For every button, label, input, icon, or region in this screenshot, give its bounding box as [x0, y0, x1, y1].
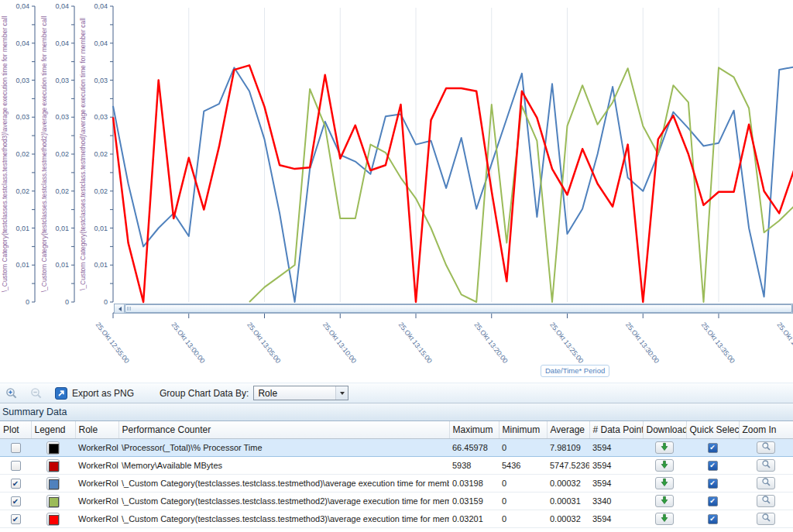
legend-cell — [31, 510, 75, 528]
legend-swatch[interactable] — [46, 477, 60, 490]
table-row[interactable]: ✔WorkerRole\_Custom Category(testclasses… — [0, 475, 793, 493]
column-header-zoom-in[interactable]: Zoom In — [739, 421, 793, 439]
zoom-in-icon[interactable] — [5, 386, 19, 400]
plot-checkbox[interactable] — [11, 443, 21, 453]
legend-swatch[interactable] — [46, 495, 60, 508]
y-axis-2: 0,040,040,030,030,020,020,010,010\_Custo… — [40, 2, 74, 306]
y-tick-label: 0,02 — [55, 150, 69, 158]
maximum-cell: 0.03201 — [449, 510, 499, 528]
column-header-performance-counter[interactable]: Performance Counter — [118, 421, 449, 439]
group-by-selected-value: Role — [258, 388, 277, 399]
y-tick-label: 0,04 — [15, 39, 29, 47]
group-chart-data-by-label: Group Chart Data By: — [160, 388, 249, 399]
plot-checkbox[interactable]: ✔ — [11, 496, 21, 506]
download-cell — [643, 439, 686, 457]
download-button[interactable] — [655, 441, 674, 454]
zoom-in-row-button[interactable] — [757, 495, 775, 507]
chart-canvas: 0,040,040,030,030,020,020,010,010\_Custo… — [0, 0, 793, 381]
group-by-dropdown[interactable]: Role — [253, 386, 348, 400]
data-points-cell: 3594 — [589, 510, 643, 528]
column-header-legend[interactable]: Legend — [31, 421, 75, 439]
x-tick-label: 25.Okt 13:25:00 — [548, 321, 585, 365]
legend-swatch[interactable] — [46, 513, 60, 526]
download-button[interactable] — [655, 495, 674, 507]
download-arrow-icon — [660, 442, 669, 454]
quick-select-checkbox[interactable]: ✔ — [708, 461, 718, 471]
column-header-role[interactable]: Role — [75, 421, 118, 439]
role-cell: WorkerRole — [75, 510, 118, 528]
column-header-download[interactable]: Download — [643, 421, 686, 439]
magnifier-icon — [761, 459, 771, 472]
scrollbar-left-arrow-icon[interactable] — [115, 304, 125, 313]
column-header-maximum[interactable]: Maximum — [449, 421, 499, 439]
summary-data-header[interactable]: Summary Data — [0, 403, 793, 421]
quick-select-cell: ✔ — [686, 475, 739, 493]
x-tick-label: 25.Okt 13:00:00 — [170, 321, 206, 365]
download-arrow-icon — [660, 478, 669, 489]
chart-area: 0,040,040,030,030,020,020,010,010\_Custo… — [0, 0, 793, 383]
download-button[interactable] — [655, 513, 674, 525]
zoom-in-row-button[interactable] — [757, 441, 775, 454]
export-as-png-label[interactable]: Export as PNG — [72, 388, 134, 399]
quick-select-checkbox[interactable]: ✔ — [708, 443, 718, 453]
zoom-in-row-button[interactable] — [757, 477, 775, 489]
table-row[interactable]: ✔WorkerRole\_Custom Category(testclasses… — [0, 510, 793, 528]
legend-cell — [31, 493, 75, 510]
scrollbar-thumb[interactable] — [125, 304, 792, 313]
export-png-icon[interactable] — [54, 386, 68, 400]
series-group — [113, 65, 793, 302]
minimum-cell: 0 — [499, 475, 547, 493]
zoom-in-cell — [739, 475, 793, 493]
y-tick-label: 0,01 — [55, 225, 69, 232]
data-points-cell: 3594 — [589, 457, 643, 475]
quick-select-cell: ✔ — [686, 493, 739, 510]
download-arrow-icon — [660, 460, 669, 472]
plot-checkbox[interactable] — [11, 461, 21, 471]
plot-checkbox[interactable]: ✔ — [11, 514, 21, 524]
zoom-in-row-button[interactable] — [757, 513, 775, 525]
column-header-plot[interactable]: Plot — [0, 421, 31, 439]
legend-cell — [31, 457, 75, 475]
zoom-in-cell — [739, 457, 793, 475]
y-tick-label: 0,01 — [94, 261, 108, 269]
table-row[interactable]: ✔WorkerRole\_Custom Category(testclasses… — [0, 493, 793, 510]
y-tick-label: 0,01 — [55, 261, 69, 269]
column-header-data-points[interactable]: # Data Points — [589, 421, 643, 439]
column-header-average[interactable]: Average — [547, 421, 589, 439]
y-tick-label: 0,04 — [15, 2, 29, 10]
average-cell: 0.00032 — [547, 510, 589, 528]
minimum-cell: 0 — [499, 439, 547, 457]
quick-select-checkbox[interactable]: ✔ — [708, 514, 718, 524]
column-header-minimum[interactable]: Minimum — [499, 421, 547, 439]
zoom-in-row-button[interactable] — [757, 459, 775, 472]
y-axis-1: 0,040,040,030,030,020,020,010,010\_Custo… — [1, 2, 35, 306]
legend-swatch[interactable] — [46, 459, 60, 472]
download-cell — [643, 510, 686, 528]
role-cell: WorkerRole — [75, 475, 118, 493]
table-row[interactable]: WorkerRole\Memory\Available MBytes593854… — [0, 457, 793, 475]
average-cell: 0.00031 — [547, 493, 589, 510]
plot-cell: ✔ — [0, 493, 31, 510]
magnifier-icon — [761, 495, 771, 507]
minimum-cell: 5436 — [499, 457, 547, 475]
quick-select-checkbox[interactable]: ✔ — [708, 496, 718, 506]
counter-cell: \_Custom Category(testclasses.testclass.… — [118, 493, 449, 510]
data-points-cell: 3594 — [589, 475, 643, 493]
y-tick-label: 0,02 — [15, 150, 29, 158]
chart-toolbar: Export as PNG Group Chart Data By: Role — [0, 383, 793, 403]
maximum-cell: 5938 — [449, 457, 499, 475]
chart-horizontal-scrollbar[interactable] — [114, 304, 793, 314]
zoom-out-icon[interactable] — [29, 386, 43, 400]
y-axis-title: \_Custom Category(testclasses.testclass.… — [40, 16, 48, 293]
column-header-quick-select[interactable]: Quick Select — [686, 421, 739, 439]
legend-swatch[interactable] — [46, 441, 60, 455]
y-tick-label: 0,03 — [15, 77, 29, 84]
download-button[interactable] — [655, 477, 674, 489]
magnifier-icon — [761, 477, 771, 489]
minimum-cell: 0 — [499, 493, 547, 510]
quick-select-checkbox[interactable]: ✔ — [708, 479, 718, 489]
table-row[interactable]: WorkerRole\Processor(_Total)\% Processor… — [0, 439, 793, 457]
download-button[interactable] — [655, 459, 674, 472]
plot-checkbox[interactable]: ✔ — [11, 479, 21, 489]
zoom-in-cell — [739, 493, 793, 510]
